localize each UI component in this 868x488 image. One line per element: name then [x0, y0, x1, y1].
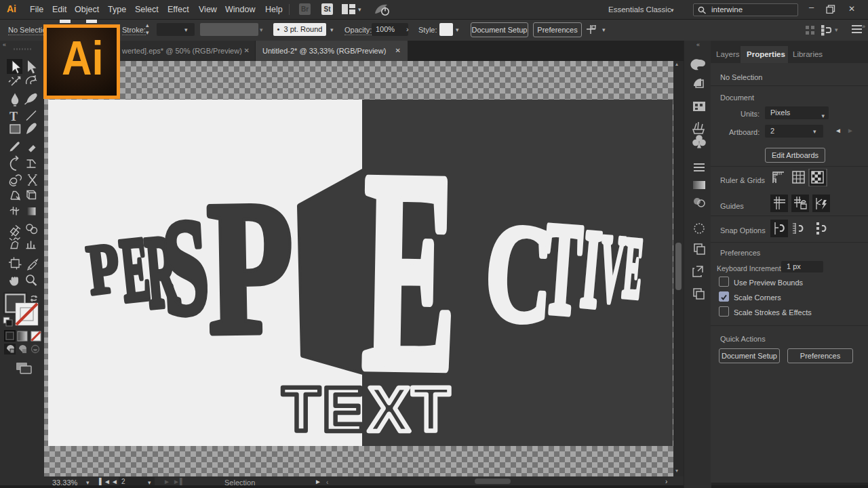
- svg-text:T: T: [9, 110, 18, 123]
- svg-text:S: S: [159, 190, 212, 344]
- svg-text:P: P: [83, 228, 124, 310]
- svg-text:TE: TE: [282, 375, 366, 444]
- svg-text:P: P: [206, 161, 295, 373]
- svg-text:XT: XT: [368, 375, 452, 444]
